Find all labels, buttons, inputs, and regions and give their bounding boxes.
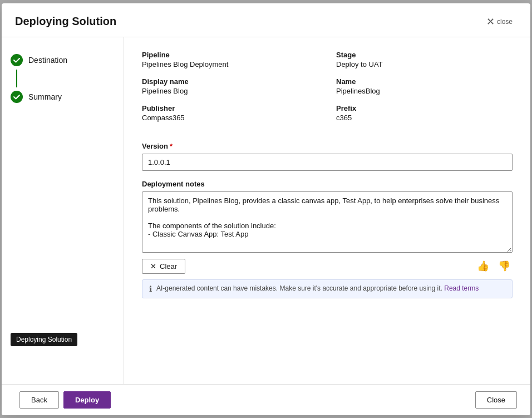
clear-x-icon: ✕ (150, 262, 156, 271)
thumbs-up-button[interactable]: 👍 (475, 259, 491, 273)
footer-close-button[interactable]: Close (475, 391, 517, 409)
thumbs-down-button[interactable]: 👎 (496, 259, 513, 273)
deploy-button[interactable]: Deploy (63, 391, 111, 409)
deployment-notes-section: Deployment notes This solution, Pipeline… (142, 180, 513, 298)
feedback-icons: 👍 👎 (475, 259, 513, 273)
notes-actions: ✕ Clear 👍 👎 (142, 259, 513, 274)
modal-header: Deploying Solution ✕ close (2, 3, 530, 37)
summary-check-icon (11, 91, 23, 103)
sidebar-step-summary[interactable]: Summary (11, 87, 115, 106)
version-section: Version * (142, 142, 513, 171)
pipeline-label: Pipeline (142, 51, 318, 59)
stage-label: Stage (336, 51, 513, 59)
thumbs-down-icon: 👎 (498, 260, 510, 272)
prefix-value: c365 (336, 114, 513, 122)
clear-button[interactable]: ✕ Clear (142, 259, 185, 274)
sidebar-step-destination[interactable]: Destination (11, 51, 115, 70)
close-x-label: close (497, 18, 513, 26)
version-input[interactable] (142, 154, 513, 171)
ai-notice-text: AI-generated content can have mistakes. … (156, 284, 479, 292)
publisher-label: Publisher (142, 104, 318, 112)
destination-check-icon (11, 54, 23, 66)
footer-left-buttons: Back Deploy (19, 391, 111, 409)
name-item: Name PipelinesBlog (336, 77, 513, 95)
pipeline-value: Pipelines Blog Deployment (142, 60, 318, 68)
back-button[interactable]: Back (19, 391, 59, 409)
version-label: Version * (142, 142, 513, 150)
sidebar: Destination Summary Deploying Solution (2, 37, 124, 384)
publisher-value: Compass365 (142, 114, 318, 122)
step-connector (16, 70, 17, 87)
read-terms-link[interactable]: Read terms (444, 284, 479, 292)
prefix-label: Prefix (336, 104, 513, 112)
deployment-notes-label: Deployment notes (142, 180, 513, 188)
display-name-item: Display name Pipelines Blog (142, 77, 318, 95)
info-grid: Pipeline Pipelines Blog Deployment Stage… (142, 51, 513, 131)
deploying-solution-tooltip: Deploying Solution (11, 333, 77, 346)
main-content: Pipeline Pipelines Blog Deployment Stage… (124, 37, 530, 384)
display-name-value: Pipelines Blog (142, 87, 318, 95)
modal-title: Deploying Solution (15, 15, 116, 28)
info-icon: ℹ (149, 284, 152, 293)
stage-item: Stage Deploy to UAT (336, 51, 513, 68)
deploying-solution-modal: Deploying Solution ✕ close Destination (2, 3, 530, 415)
summary-label: Summary (28, 92, 62, 101)
display-name-label: Display name (142, 77, 318, 86)
pipeline-item: Pipeline Pipelines Blog Deployment (142, 51, 318, 68)
close-x-button[interactable]: ✕ close (482, 13, 517, 30)
required-star: * (170, 142, 173, 150)
destination-label: Destination (28, 56, 67, 65)
ai-notice: ℹ AI-generated content can have mistakes… (142, 279, 513, 298)
publisher-item: Publisher Compass365 (142, 104, 318, 122)
close-x-icon: ✕ (486, 16, 495, 28)
stage-value: Deploy to UAT (336, 60, 513, 68)
deployment-notes-textarea[interactable]: This solution, Pipelines Blog, provides … (142, 191, 513, 253)
modal-body: Destination Summary Deploying Solution (2, 37, 530, 384)
modal-footer: Back Deploy Close (2, 384, 530, 415)
name-label: Name (336, 77, 513, 86)
name-value: PipelinesBlog (336, 87, 513, 95)
clear-label: Clear (160, 262, 177, 271)
prefix-item: Prefix c365 (336, 104, 513, 122)
thumbs-up-icon: 👍 (477, 260, 489, 272)
